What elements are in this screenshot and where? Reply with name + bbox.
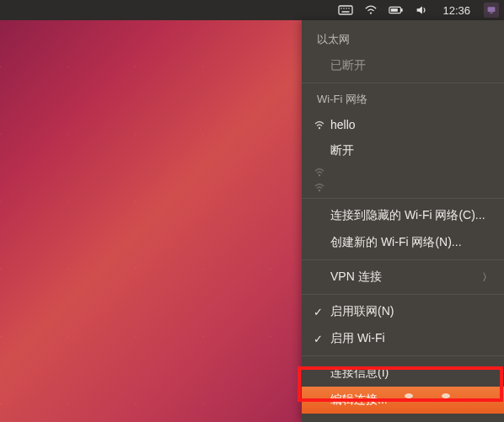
network-icon[interactable] [363,3,378,18]
edit-connections[interactable]: 编辑连接... [302,387,504,414]
keyboard-icon[interactable] [338,3,353,18]
wifi-network-hello[interactable]: hello [302,112,504,137]
svg-rect-0 [339,6,352,14]
clock[interactable]: 12:36 [442,4,470,17]
svg-rect-11 [490,13,493,13]
ethernet-section-header: 以太网 [302,27,504,52]
vpn-connections[interactable]: VPN 连接 〉 [302,264,504,291]
wifi-signal-icon [314,181,325,193]
check-icon: ✓ [314,306,323,318]
vpn-label: VPN 连接 [330,270,382,283]
svg-point-12 [319,127,320,129]
wifi-signal-icon [314,119,325,131]
menu-separator [302,294,504,295]
wifi-empty-slot [302,164,504,179]
decorative-dots [405,393,450,398]
connection-info[interactable]: 连接信息(I) [302,360,504,387]
menu-separator [302,355,504,356]
svg-rect-9 [391,8,398,12]
svg-point-14 [319,190,320,191]
enable-wifi-label: 启用 Wi-Fi [330,331,385,345]
ethernet-disconnected: 已断开 [302,52,504,79]
wifi-disconnect[interactable]: 断开 [302,137,504,164]
top-panel: 12:36 [0,0,504,20]
session-icon[interactable] [484,3,499,18]
enable-networking-label: 启用联网(N) [330,304,394,318]
battery-icon[interactable] [389,3,404,18]
network-indicator-menu: 以太网 已断开 Wi-Fi 网络 hello 断开 连接到隐藏的 Wi-Fi 网… [302,20,504,422]
menu-separator [302,83,504,83]
wifi-signal-icon [314,166,325,178]
create-new-wifi[interactable]: 创建新的 Wi-Fi 网络(N)... [302,229,504,256]
enable-wifi[interactable]: ✓ 启用 Wi-Fi [302,325,504,352]
check-icon: ✓ [314,333,323,345]
chevron-right-icon: 〉 [482,270,492,285]
wifi-empty-slot [302,179,504,195]
menu-separator [302,198,504,199]
connect-hidden-wifi[interactable]: 连接到隐藏的 Wi-Fi 网络(C)... [302,202,504,229]
menu-separator [302,259,504,260]
enable-networking[interactable]: ✓ 启用联网(N) [302,298,504,325]
svg-rect-10 [488,7,496,12]
svg-point-6 [370,12,372,13]
svg-rect-8 [401,8,403,12]
svg-point-13 [319,174,320,176]
wifi-ssid-label: hello [330,118,356,131]
volume-icon[interactable] [414,3,429,18]
wifi-section-header: Wi-Fi 网络 [302,87,504,112]
